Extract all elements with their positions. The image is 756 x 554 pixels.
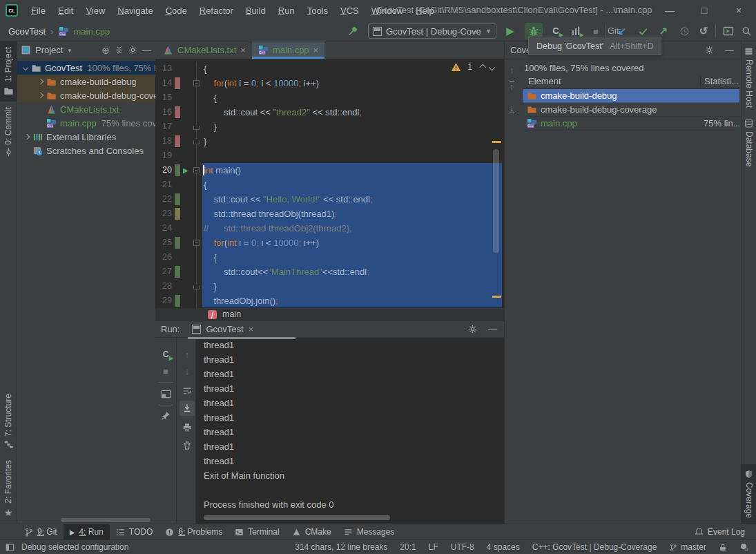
toolwindow-button-cmake[interactable]: CMake [286,524,338,539]
coverage-table-header[interactable]: Element Statisti... [523,74,739,89]
code-line[interactable]: 29 threadObj.join(); [155,294,504,307]
menu-code[interactable]: Code [159,6,193,16]
hide-panel-icon[interactable]: — [725,45,734,55]
gear-icon[interactable] [468,325,477,334]
stripe-button-1-project[interactable]: 1: Project [0,41,17,102]
jump-to-last-icon[interactable]: ↓ [510,102,514,113]
event-log-button[interactable]: Event Log [695,524,745,539]
horizontal-scrollbar[interactable] [61,518,151,522]
caret-position[interactable]: 20:1 [400,542,416,552]
restore-layout-icon[interactable] [158,386,173,401]
stripe-button-0-commit[interactable]: 0: Commit [0,102,17,163]
coverage-strip[interactable] [175,193,180,205]
fold-end-icon[interactable] [193,283,200,289]
toolwindow-button-6-problems[interactable]: 6: Problems [159,524,229,539]
indent-setting[interactable]: 4 spaces [487,542,520,552]
coverage-table-row[interactable]: C++main.cpp75% lin... [523,117,739,131]
line-number[interactable]: 21 [155,178,172,192]
project-tree-item[interactable]: Scratches and Consoles [17,144,155,157]
stripe-button-remote-host[interactable]: Remote Host [742,41,756,113]
line-number[interactable]: 17 [155,120,172,134]
code-line[interactable]: 24// std::thread threadObj2(thread2); [155,221,504,236]
toolwindow-button-4-run[interactable]: ▶4: Run [64,524,110,539]
code-line[interactable]: 19 [155,149,504,163]
line-number[interactable]: 20 [155,163,172,178]
clear-console-trash-icon[interactable] [180,438,195,453]
scroll-to-end-icon[interactable] [180,401,195,416]
resolve-context[interactable]: C++: GcovTest | Debug-Coverage [532,542,657,552]
run-configuration-select[interactable]: GcovTest | Debug-Coverage ▼ [368,23,496,39]
jump-to-first-icon[interactable]: ↑ [510,81,514,92]
run-anything-button[interactable] [719,23,737,39]
coverage-table-row[interactable]: cmake-build-debug [523,89,739,103]
pin-icon[interactable] [158,408,173,423]
fold-collapse-icon[interactable]: − [193,167,200,173]
code-line[interactable]: 17 } [155,120,504,134]
chevron-right-icon[interactable] [21,135,32,139]
stripe-button-coverage[interactable]: Coverage [742,464,756,524]
fold-collapse-icon[interactable]: − [193,80,200,86]
line-number[interactable]: 23 [155,207,172,221]
maximize-button[interactable]: □ [687,0,721,21]
code-editor[interactable]: 1 13{14− for(int i = 0; i < 10000; i++)1… [155,59,504,307]
gear-icon[interactable] [128,46,137,55]
code-line[interactable]: 21{ [155,178,504,192]
line-number[interactable]: 13 [155,61,172,76]
run-line-icon[interactable]: ▶ [183,163,188,178]
code-line[interactable]: 20▶−int main() [155,163,504,178]
breadcrumb-project[interactable]: GcovTest [8,26,46,37]
coverage-table-row[interactable]: cmake-build-debug-coverage [523,103,739,117]
coverage-strip[interactable] [175,266,180,278]
hide-panel-icon[interactable]: — [142,45,151,55]
chevron-right-icon[interactable] [35,79,46,84]
menu-navigate[interactable]: Navigate [111,6,159,16]
coverage-strip[interactable] [175,208,180,220]
file-encoding[interactable]: UTF-8 [451,542,474,552]
line-number[interactable]: 25 [155,236,172,250]
line-number[interactable]: 14 [155,76,172,90]
gear-icon[interactable] [705,46,714,55]
line-number[interactable]: 24 [155,221,172,236]
highlighting-level-icon[interactable] [739,542,749,552]
code-line[interactable]: 16 std::cout << "thread2" << std::endl; [155,105,504,120]
toolwindow-button-9-git[interactable]: 9: Git [18,524,64,539]
tab-main.cpp[interactable]: C++main.cpp× [252,41,324,59]
line-number[interactable]: 18 [155,134,172,149]
collapse-all-icon[interactable] [115,46,124,55]
code-line[interactable]: 23 std::thread threadObj(thread1); [155,207,504,221]
column-element[interactable]: Element [523,76,700,86]
chevron-down-icon[interactable] [20,66,31,70]
scrollbar-warning-mark[interactable] [492,296,501,298]
menu-file[interactable]: File [25,6,52,16]
code-line[interactable]: 14− for(int i = 0; i < 10000; i++) [155,76,504,90]
previous-warning-icon[interactable] [479,64,486,70]
lock-icon[interactable] [719,543,727,552]
tab-CMakeLists.txt[interactable]: CMakeLists.txt× [157,41,252,59]
line-number[interactable]: 26 [155,250,172,265]
fold-end-icon[interactable] [193,138,200,144]
coverage-strip[interactable] [175,106,180,118]
stripe-button-2-favorites[interactable]: 2: Favorites★ [0,455,17,524]
project-tree-item[interactable]: External Libraries [17,130,155,144]
run-button[interactable]: ▶ [501,23,519,39]
code-line[interactable]: 26 { [155,250,504,265]
coverage-strip[interactable] [175,164,180,176]
menu-tools[interactable]: Tools [301,6,334,16]
close-tab-icon[interactable]: × [240,45,246,55]
search-everywhere-icon[interactable] [737,23,755,39]
line-number[interactable]: 19 [155,149,172,163]
project-view-select[interactable]: Project [35,45,63,55]
scrollbar-warning-mark[interactable] [492,141,501,143]
line-number[interactable]: 27 [155,265,172,279]
line-number[interactable]: 29 [155,294,172,307]
project-tree-item[interactable]: cmake-build-debug [17,75,155,88]
project-tree-item[interactable]: CMakeLists.txt [17,102,155,116]
stripe-button-7-structure[interactable]: 7: Structure [0,388,17,455]
menu-build[interactable]: Build [240,6,272,16]
code-line[interactable]: 25− for(int i = 0; i < 10000; i++) [155,236,504,250]
minimize-button[interactable]: — [652,0,687,21]
fold-end-icon[interactable] [193,124,200,130]
run-tab[interactable]: GcovTest × [192,324,253,334]
run-console[interactable]: thread1thread1thread1thread1thread1threa… [196,338,504,524]
locate-file-icon[interactable]: ⊕ [101,45,110,56]
